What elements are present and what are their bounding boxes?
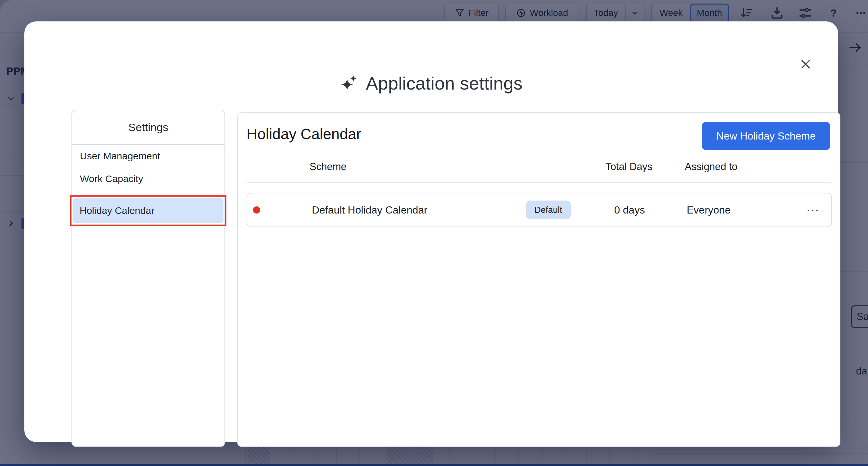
sidebar-item-holiday-calendar[interactable]: Holiday Calendar xyxy=(73,198,223,223)
sidebar-item-user-management[interactable]: User Management xyxy=(72,145,224,167)
column-header-total-days: Total Days xyxy=(587,161,671,173)
application-settings-modal: Application settings Settings User Manag… xyxy=(24,22,838,442)
page-title: Holiday Calendar xyxy=(247,125,361,143)
table-header: Scheme Total Days Assigned to xyxy=(238,161,840,175)
table-row[interactable]: Default Holiday Calendar Default 0 days … xyxy=(247,193,832,227)
scheme-name: Default Holiday Calendar xyxy=(312,204,428,216)
default-badge: Default xyxy=(526,201,571,220)
assigned-to-value: Everyone xyxy=(687,204,731,216)
settings-sidebar: Settings User Management Work Capacity H… xyxy=(71,110,225,447)
total-days-value: 0 days xyxy=(587,204,672,216)
holiday-calendar-panel: Holiday Calendar New Holiday Scheme Sche… xyxy=(237,112,840,447)
status-dot-icon xyxy=(253,206,260,213)
new-holiday-scheme-button[interactable]: New Holiday Scheme xyxy=(702,122,830,150)
table-header-divider xyxy=(247,182,831,183)
sidebar-item-work-capacity[interactable]: Work Capacity xyxy=(72,167,224,190)
modal-header: Application settings xyxy=(340,73,523,94)
row-menu-button[interactable]: ⋯ xyxy=(803,202,823,218)
modal-title: Application settings xyxy=(366,73,523,94)
close-icon xyxy=(800,58,812,70)
sparkles-icon xyxy=(340,74,359,93)
sidebar-header: Settings xyxy=(72,110,224,145)
column-header-scheme: Scheme xyxy=(310,161,347,173)
close-button[interactable] xyxy=(799,57,813,71)
screen: Filter Workload Today Week Month xyxy=(0,0,868,466)
sidebar-selection-highlight: Holiday Calendar xyxy=(70,195,226,226)
column-header-assigned-to: Assigned to xyxy=(685,161,737,173)
